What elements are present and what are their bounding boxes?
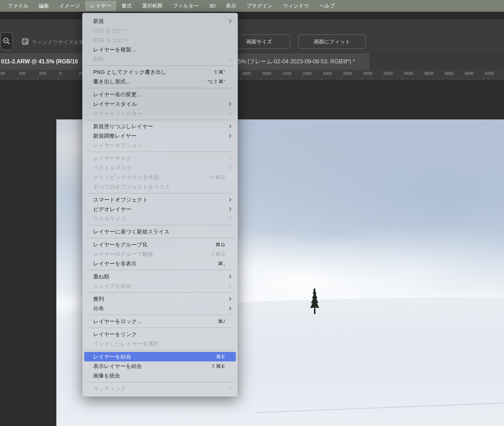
ruler-tick — [246, 78, 246, 80]
layer-menu-item[interactable]: 分布 — [82, 304, 238, 313]
menu-item-label: レイヤーをグループ化 — [93, 241, 148, 248]
menu-item-label: 書き出し形式... — [93, 78, 130, 85]
ruler-tick — [377, 78, 377, 80]
menu-separator — [87, 65, 233, 66]
submenu-chevron-icon — [228, 198, 232, 202]
menu-item-shortcut: ⌘, — [218, 261, 225, 267]
ruler-tick — [261, 77, 261, 80]
ruler-label: 2000 — [262, 71, 271, 76]
submenu-chevron-icon — [228, 275, 232, 279]
resize-window-checkbox[interactable] — [22, 38, 29, 45]
submenu-chevron-icon — [228, 307, 232, 310]
layer-menu-item[interactable]: レイヤー名の変更... — [82, 90, 238, 99]
menubar-item-item[interactable]: 編集 — [34, 1, 54, 11]
layer-menu-item[interactable]: 書き出し形式...⌥⇧⌘' — [82, 77, 238, 86]
ruler-tick — [474, 78, 474, 80]
ruler-tick — [342, 77, 342, 80]
menubar-item-item[interactable]: イメージ — [54, 1, 85, 11]
menu-item-label: レイヤースタイル — [93, 100, 137, 108]
ruler-tick — [484, 77, 484, 80]
ruler-tick — [306, 78, 307, 80]
layer-menu-item: すべてのオブジェクトをマスク — [82, 182, 238, 192]
menu-item-label: 画像を統合 — [93, 372, 120, 379]
layer-menu-item[interactable]: レイヤーを複製... — [82, 45, 238, 54]
ruler-tick — [312, 78, 312, 80]
document-tab-right-title[interactable]: 5% (フレーム-02-04-2023-09-08-53, RGB/8*) * — [238, 58, 355, 65]
menu-item-label: レイヤーのグループ解除 — [93, 251, 153, 258]
layer-menu-item[interactable]: 画像を統合 — [82, 371, 238, 380]
menubar-item-item[interactable]: プラグイン — [241, 1, 278, 11]
menubar-item-item[interactable]: ヘルプ — [314, 1, 340, 11]
ruler-tick — [397, 78, 398, 80]
menu-separator — [87, 152, 233, 152]
menu-item-label: 重ね順 — [93, 273, 110, 280]
layer-menu-item[interactable]: レイヤーをグループ化⌘G — [82, 240, 238, 249]
layer-menu-item: SVG をコピー — [82, 35, 238, 45]
ruler-tick — [443, 77, 443, 80]
layer-menu-item[interactable]: 新規 — [82, 16, 238, 26]
submenu-chevron-icon — [228, 102, 232, 106]
ruler-label: 4000 — [464, 71, 474, 76]
submenu-chevron-icon — [228, 297, 232, 301]
menubar-item-item[interactable]: ウィンドウ — [278, 1, 314, 11]
menubar-item-item[interactable]: 書式 — [116, 1, 137, 11]
ruler-tick — [3, 78, 3, 80]
layer-menu-item[interactable]: 表示レイヤーを結合⇧⌘E — [82, 361, 238, 371]
menu-item-label: リンクしたレイヤーを選択 — [93, 340, 159, 348]
layer-menu-item: レイヤーのグループ解除⇧⌘G — [82, 249, 238, 259]
ruler-tick — [38, 77, 38, 80]
ruler-tick — [438, 78, 438, 80]
ruler-tick — [276, 78, 276, 80]
menu-item-label: 新規塗りつぶしレイヤー — [93, 123, 153, 130]
ruler-tick — [382, 77, 383, 80]
menu-separator — [87, 270, 233, 270]
fit-to-screen-button[interactable]: 画面にフィット — [298, 34, 366, 49]
menu-item-shortcut: ⌥⇧⌘' — [207, 79, 225, 85]
layer-menu-item[interactable]: レイヤースタイル — [82, 99, 238, 109]
menu-separator — [87, 238, 233, 238]
layer-menu-item[interactable]: 重ね順 — [82, 272, 238, 281]
zoom-tool-button[interactable] — [0, 32, 13, 50]
menu-item-label: ビデオレイヤー — [93, 206, 131, 213]
layer-menu-item[interactable]: 新規調整レイヤー — [82, 131, 238, 141]
menubar-item-item[interactable]: ファイル — [2, 1, 34, 11]
ruler-tick — [241, 77, 241, 80]
layer-menu-item[interactable]: 整列 — [82, 294, 238, 304]
layer-menu-item[interactable]: レイヤーに基づく新規スライス — [82, 227, 238, 236]
tab-bar-empty-area — [370, 53, 504, 70]
menu-item-label: 整列 — [93, 295, 104, 303]
menubar-item-item[interactable]: 3D — [204, 1, 221, 10]
ruler-tick — [494, 78, 494, 80]
layer-menu-item[interactable]: レイヤーを結合⌘E — [84, 352, 236, 361]
menu-item-label: 表示レイヤーを結合 — [93, 363, 142, 370]
menubar-item-item[interactable]: 選択範囲 — [137, 1, 168, 11]
layer-menu-item[interactable]: スマートオブジェクト — [82, 195, 238, 204]
ruler-tick — [13, 78, 13, 80]
ruler-tick — [403, 77, 403, 80]
layer-menu-item: レイヤーマスク — [82, 154, 238, 163]
menu-item-label: スマートオブジェクト — [93, 196, 148, 203]
layer-menu-item[interactable]: レイヤーを非表示⌘, — [82, 259, 238, 268]
layer-menu-item[interactable]: レイヤーをリンク — [82, 329, 238, 339]
layer-menu-item[interactable]: 新規塗りつぶしレイヤー — [82, 122, 238, 131]
submenu-chevron-icon — [228, 112, 232, 116]
menu-item-shortcut: ⇧⌘' — [213, 69, 225, 75]
menu-item-label: 新規調整レイヤー — [93, 132, 137, 140]
submenu-chevron-icon — [228, 387, 232, 391]
layer-menu-item: レイヤーオプション... — [82, 141, 238, 150]
menu-item-label: レイヤーをロック... — [93, 318, 141, 325]
menubar-item-item[interactable]: フィルター — [168, 1, 204, 11]
layer-menu-item[interactable]: ビデオレイヤー — [82, 204, 238, 214]
layer-menu-item: シェイプを結合 — [82, 281, 238, 291]
ruler-tick — [69, 78, 69, 80]
menu-item-label: 削除 — [93, 56, 104, 63]
menubar-item-item[interactable]: 表示 — [221, 1, 241, 11]
menubar-item-layer-selected[interactable]: レイヤー — [85, 1, 116, 11]
ruler-label: 3400 — [404, 71, 413, 76]
layer-menu-item[interactable]: PNG としてクイック書き出し⇧⌘' — [82, 67, 238, 77]
ruler-tick — [251, 78, 251, 80]
layer-menu-item[interactable]: レイヤーをロック...⌘/ — [82, 317, 238, 326]
menu-item-label: スマートフィルター — [93, 110, 142, 117]
submenu-chevron-icon — [228, 207, 232, 211]
ruler-label: 200 — [39, 71, 46, 76]
